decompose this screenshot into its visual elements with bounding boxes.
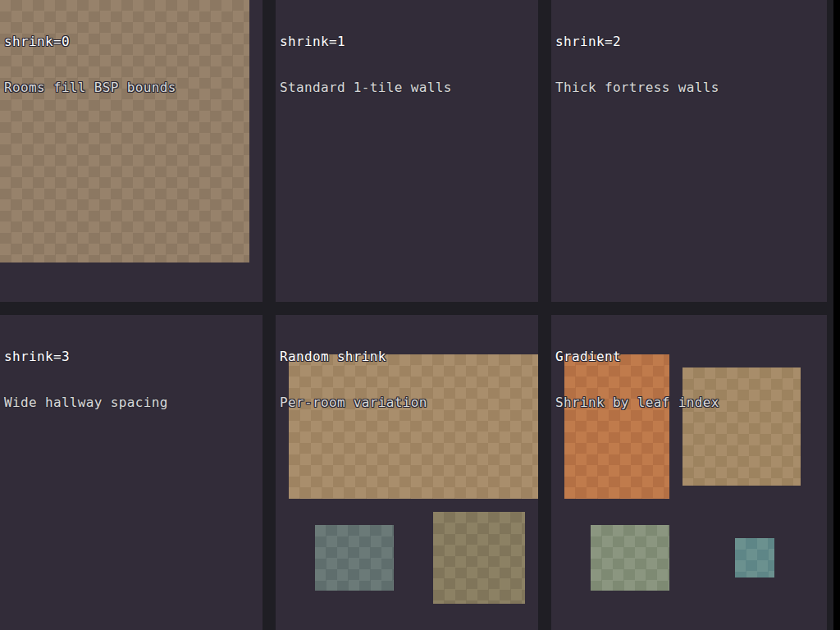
panel-title: shrink=3 bbox=[4, 349, 168, 364]
panel-caption: Gradient Shrink by leaf index bbox=[555, 318, 719, 441]
panel-title: shrink=0 bbox=[4, 34, 176, 49]
panel-caption: Random shrink Per-room variation bbox=[280, 318, 427, 441]
panel-subtitle: Per-room variation bbox=[280, 395, 427, 410]
panel-title: Random shrink bbox=[280, 349, 427, 364]
panel-caption: shrink=3 Wide hallway spacing bbox=[4, 318, 168, 441]
panel-title: Gradient bbox=[555, 349, 719, 364]
panel-subtitle: Wide hallway spacing bbox=[4, 395, 168, 410]
panel-subtitle: Shrink by leaf index bbox=[555, 395, 719, 410]
panel-shrink-1: shrink=1 Standard 1-tile walls bbox=[276, 0, 538, 302]
panel-shrink-0: shrink=0 Rooms fill BSP bounds bbox=[0, 0, 262, 302]
panel-subtitle: Standard 1-tile walls bbox=[280, 80, 452, 95]
panel-random-shrink: Random shrink Per-room variation bbox=[276, 315, 538, 630]
panel-title: shrink=2 bbox=[555, 34, 719, 49]
panel-caption: shrink=0 Rooms fill BSP bounds bbox=[4, 3, 176, 126]
panel-subtitle: Rooms fill BSP bounds bbox=[4, 80, 176, 95]
panel-title: shrink=1 bbox=[280, 34, 452, 49]
panel-shrink-3: shrink=3 Wide hallway spacing bbox=[0, 315, 262, 630]
figure-canvas: shrink=0 Rooms fill BSP bounds shrink=1 … bbox=[0, 0, 833, 630]
panel-caption: shrink=2 Thick fortress walls bbox=[555, 3, 719, 126]
panel-shrink-2: shrink=2 Thick fortress walls bbox=[551, 0, 827, 302]
screenshot-root: { "figure": { "theme": { "panel_bg": "#3… bbox=[0, 0, 840, 630]
room-rect bbox=[315, 525, 394, 591]
panel-gradient: Gradient Shrink by leaf index bbox=[551, 315, 827, 630]
panel-caption: shrink=1 Standard 1-tile walls bbox=[280, 3, 452, 126]
room-rect bbox=[591, 525, 669, 591]
panel-subtitle: Thick fortress walls bbox=[555, 80, 719, 95]
room-rect bbox=[433, 512, 525, 604]
room-rect bbox=[735, 538, 774, 578]
